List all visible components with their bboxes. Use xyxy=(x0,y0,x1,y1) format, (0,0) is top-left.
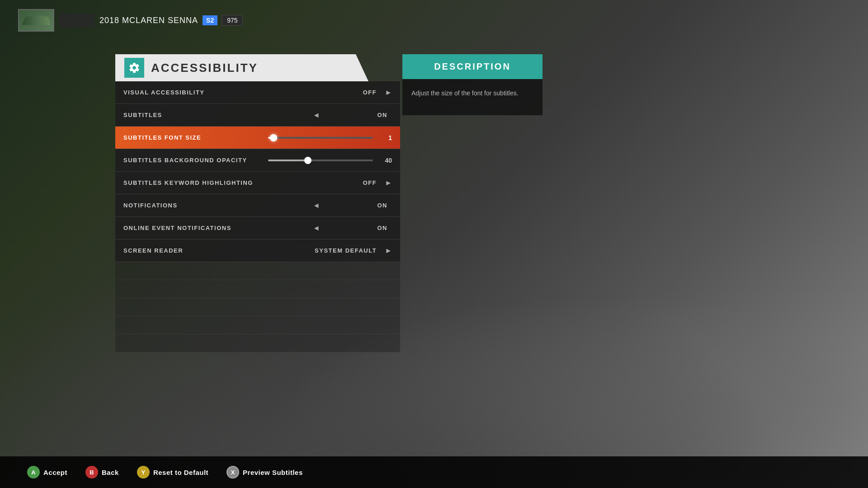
description-header: DESCRIPTION xyxy=(402,54,542,79)
screen-reader-label: SCREEN READER xyxy=(123,247,259,254)
setting-subtitles-font-size[interactable]: SUBTITLES FONT SIZE 1 xyxy=(115,127,400,149)
setting-empty-3 xyxy=(115,298,400,316)
accept-action[interactable]: A Accept xyxy=(27,466,67,479)
online-notifications-value: ON xyxy=(377,225,388,231)
setting-notifications[interactable]: NOTIFICATIONS ◄ ON xyxy=(115,194,400,217)
description-title: DESCRIPTION xyxy=(411,61,533,72)
visual-accessibility-arrow-right: ► xyxy=(385,89,392,97)
hud-top: 2018 MCLAREN SENNA S2 975 xyxy=(18,9,243,32)
gear-icon xyxy=(124,58,144,78)
visual-accessibility-label: VISUAL ACCESSIBILITY xyxy=(123,89,259,96)
screen-reader-arrow: ► xyxy=(385,247,392,255)
menu-title: ACCESSIBILITY xyxy=(151,61,258,75)
subtitles-font-size-slider[interactable]: 1 xyxy=(268,134,392,141)
slider-fill-opacity xyxy=(268,160,308,161)
setting-empty-4 xyxy=(115,316,400,334)
bottom-bar: A Accept B Back Y Reset to Default X Pre… xyxy=(0,456,868,488)
reset-label: Reset to Default xyxy=(153,469,208,476)
subtitles-keyword-label: SUBTITLES KEYWORD HIGHLIGHTING xyxy=(123,179,259,186)
accessibility-menu: ACCESSIBILITY VISUAL ACCESSIBILITY OFF ►… xyxy=(115,54,409,352)
online-notifications-label: ONLINE EVENT NOTIFICATIONS xyxy=(123,225,259,231)
y-button-icon: Y xyxy=(137,466,150,479)
back-label: Back xyxy=(102,469,119,476)
setting-empty-5 xyxy=(115,334,400,352)
setting-visual-accessibility[interactable]: VISUAL ACCESSIBILITY OFF ► xyxy=(115,81,400,104)
notifications-value: ON xyxy=(377,202,388,209)
x-button-icon: X xyxy=(226,466,239,479)
slider-track-opacity xyxy=(268,160,373,161)
subtitles-value: ON xyxy=(377,112,388,118)
settings-list: VISUAL ACCESSIBILITY OFF ► SUBTITLES ◄ O… xyxy=(115,81,400,352)
menu-header: ACCESSIBILITY xyxy=(115,54,368,81)
notifications-label: NOTIFICATIONS xyxy=(123,202,259,209)
subtitles-label: SUBTITLES xyxy=(123,112,259,118)
car-pi-value: 975 xyxy=(222,15,242,26)
description-body: Adjust the size of the font for subtitle… xyxy=(402,79,542,115)
player-name xyxy=(59,14,95,27)
visual-accessibility-value: OFF xyxy=(363,89,377,96)
subtitles-font-size-value: 1 xyxy=(378,134,392,141)
online-notifications-arrow-left: ◄ xyxy=(313,224,320,232)
back-action[interactable]: B Back xyxy=(85,466,119,479)
subtitles-bg-opacity-slider[interactable]: 40 xyxy=(268,157,392,164)
setting-subtitles-keyword-highlighting[interactable]: SUBTITLES KEYWORD HIGHLIGHTING OFF ► xyxy=(115,172,400,194)
subtitles-keyword-value: OFF xyxy=(363,179,377,186)
b-button-icon: B xyxy=(85,466,98,479)
slider-thumb-opacity xyxy=(304,157,311,164)
setting-empty-2 xyxy=(115,280,400,298)
a-button-icon: A xyxy=(27,466,40,479)
reset-action[interactable]: Y Reset to Default xyxy=(137,466,208,479)
preview-action[interactable]: X Preview Subtitles xyxy=(226,466,303,479)
setting-subtitles-background-opacity[interactable]: SUBTITLES BACKGROUND OPACITY 40 xyxy=(115,149,400,172)
car-class-badge: S2 xyxy=(203,15,217,25)
setting-screen-reader[interactable]: SCREEN READER SYSTEM DEFAULT ► xyxy=(115,239,400,262)
slider-track xyxy=(268,137,373,139)
screen-reader-value: SYSTEM DEFAULT xyxy=(315,247,377,254)
notifications-arrow-left: ◄ xyxy=(313,202,320,210)
slider-thumb xyxy=(270,134,277,141)
subtitles-bg-opacity-value: 40 xyxy=(378,157,392,164)
preview-label: Preview Subtitles xyxy=(243,469,303,476)
car-thumbnail xyxy=(18,9,54,32)
accept-label: Accept xyxy=(43,469,67,476)
description-panel: DESCRIPTION Adjust the size of the font … xyxy=(402,54,542,115)
setting-empty-1 xyxy=(115,262,400,280)
subtitles-bg-opacity-label: SUBTITLES BACKGROUND OPACITY xyxy=(123,157,259,164)
setting-subtitles[interactable]: SUBTITLES ◄ ON xyxy=(115,104,400,127)
subtitles-font-size-label: SUBTITLES FONT SIZE xyxy=(123,134,259,141)
car-name: 2018 MCLAREN SENNA xyxy=(99,16,198,25)
subtitles-arrow-left: ◄ xyxy=(313,111,320,119)
subtitles-keyword-arrow: ► xyxy=(385,179,392,187)
setting-online-event-notifications[interactable]: ONLINE EVENT NOTIFICATIONS ◄ ON xyxy=(115,217,400,239)
